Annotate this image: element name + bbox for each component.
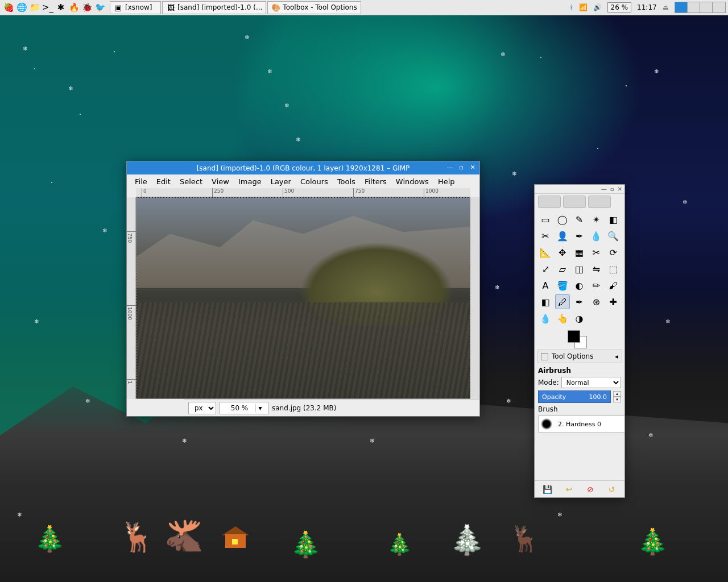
menu-select[interactable]: Select [175, 176, 207, 188]
toolbox-tab[interactable] [563, 196, 586, 208]
unit-select[interactable]: px [188, 402, 216, 414]
menu-windows[interactable]: Windows [391, 176, 433, 188]
opacity-slider[interactable]: Opacity 100.0 [538, 390, 611, 403]
ellipse-select-icon[interactable]: ◯ [555, 212, 570, 227]
taskbar: 🍓🌐📁>_✱🔥🐞🐦 ▣[xsnow]🖼[sand] (imported)-1.0… [0, 0, 728, 15]
close-button[interactable]: ✕ [468, 163, 477, 172]
battery-indicator[interactable]: 26 % [607, 2, 632, 13]
by-color-select-icon[interactable]: ◧ [606, 212, 621, 227]
scrollbar-vertical[interactable] [470, 197, 479, 399]
perspective-icon[interactable]: ◫ [572, 261, 587, 276]
menu-image[interactable]: Image [234, 176, 266, 188]
rotate-icon[interactable]: ⟳ [606, 245, 621, 260]
pencil-icon[interactable]: ✏ [589, 278, 603, 293]
close-button[interactable]: ✕ [618, 186, 622, 192]
app2-icon[interactable]: 🔥 [68, 1, 80, 14]
toolbox-titlebar[interactable]: — ▫ ✕ [535, 185, 624, 194]
clone-icon[interactable]: ⊛ [589, 294, 603, 309]
airbrush-icon[interactable]: 🖊 [555, 294, 570, 309]
zoom-dropdown-icon[interactable]: ▾ [255, 404, 264, 412]
menu-edit[interactable]: Edit [152, 176, 175, 188]
color-swatches[interactable] [535, 328, 624, 348]
move-icon[interactable]: ✥ [555, 245, 570, 260]
app1-icon[interactable]: ✱ [55, 1, 67, 14]
text-icon[interactable]: A [538, 278, 553, 293]
restore-preset-icon[interactable]: ↩ [563, 484, 574, 495]
align-icon[interactable]: ▦ [572, 245, 587, 260]
save-preset-icon[interactable]: 💾 [542, 484, 553, 495]
menu-colours[interactable]: Colours [296, 176, 333, 188]
ink-icon[interactable]: ✒ [572, 294, 587, 309]
color-picker-icon[interactable]: 💧 [589, 228, 603, 243]
delete-preset-icon[interactable]: ⊘ [585, 484, 596, 495]
dodge-icon[interactable]: ◑ [572, 311, 587, 326]
tool-options-header[interactable]: Tool Options ◂ [537, 350, 622, 363]
free-select-icon[interactable]: ✎ [572, 212, 587, 227]
zoom-control[interactable]: ▾ [220, 402, 268, 414]
brush-name-input[interactable] [556, 418, 624, 430]
maximize-button[interactable]: ▫ [610, 186, 614, 192]
foreground-color[interactable] [568, 330, 580, 343]
minimize-button[interactable]: — [445, 163, 454, 172]
scissors-icon[interactable]: ✂ [538, 228, 553, 243]
star [34, 68, 35, 69]
ruler-tick: 1000 [424, 188, 439, 197]
cage-icon[interactable]: ⬚ [606, 261, 621, 276]
zoom-icon[interactable]: 🔍 [606, 228, 621, 243]
workspace-pager[interactable] [675, 2, 726, 13]
fuzzy-select-icon[interactable]: ✴ [589, 212, 603, 227]
bluetooth-icon[interactable]: ᚼ [569, 3, 573, 11]
eject-icon[interactable]: ⏏ [663, 3, 669, 11]
ruler-horizontal[interactable]: 02505007501000 [136, 188, 470, 197]
heal-icon[interactable]: ✚ [606, 294, 621, 309]
bucket-icon[interactable]: 🪣 [555, 278, 570, 293]
files-icon[interactable]: 📁 [28, 1, 41, 14]
browser-icon[interactable]: 🌐 [15, 1, 28, 14]
volume-icon[interactable]: 🔊 [593, 3, 602, 11]
terminal-icon[interactable]: >_ [42, 1, 54, 14]
maximize-button[interactable]: ▫ [457, 163, 466, 172]
menu-help[interactable]: Help [433, 176, 460, 188]
xsnow-house [222, 527, 249, 548]
gimp-canvas[interactable] [136, 197, 470, 399]
brush-selector[interactable] [538, 415, 624, 433]
shear-icon[interactable]: ▱ [555, 261, 570, 276]
blend-icon[interactable]: ◐ [572, 278, 587, 293]
app4-icon[interactable]: 🐦 [94, 1, 106, 14]
opacity-spinner[interactable]: ▴▾ [613, 391, 621, 402]
reset-preset-icon[interactable]: ↺ [606, 484, 617, 495]
mode-label: Mode: [538, 379, 559, 386]
detach-icon[interactable]: ◂ [615, 352, 618, 360]
menu-filters[interactable]: Filters [360, 176, 391, 188]
eraser-icon[interactable]: ◧ [538, 294, 553, 309]
gimp-titlebar[interactable]: [sand] (imported)-1.0 (RGB colour, 1 lay… [127, 161, 479, 174]
ruler-vertical[interactable]: 75010001 [127, 197, 136, 399]
menu-view[interactable]: View [207, 176, 234, 188]
flip-icon[interactable]: ⇋ [589, 261, 603, 276]
tool-options-label: Tool Options [552, 352, 593, 360]
paintbrush-icon[interactable]: 🖌 [606, 278, 621, 293]
task-xsnow[interactable]: ▣[xsnow] [110, 1, 161, 14]
toolbox-tab[interactable] [538, 196, 561, 208]
menu-file[interactable]: File [130, 176, 152, 188]
clock[interactable]: 11:17 [637, 3, 657, 11]
rect-select-icon[interactable]: ▭ [538, 212, 553, 227]
app3-icon[interactable]: 🐞 [81, 1, 93, 14]
blur-icon[interactable]: 💧 [538, 311, 553, 326]
minimize-button[interactable]: — [601, 186, 607, 192]
foreground-select-icon[interactable]: 👤 [555, 228, 570, 243]
measure-icon[interactable]: 📐 [538, 245, 553, 260]
zoom-input[interactable] [224, 404, 255, 412]
toolbox-tab[interactable] [588, 196, 611, 208]
paths-icon[interactable]: ✒ [572, 228, 587, 243]
menu-tools[interactable]: Tools [333, 176, 360, 188]
menu-layer[interactable]: Layer [266, 176, 296, 188]
crop-icon[interactable]: ✂ [589, 245, 603, 260]
task-gimp-image[interactable]: 🖼[sand] (imported)-1.0 (... [162, 1, 266, 14]
mode-select[interactable]: Normal [561, 377, 621, 388]
wifi-icon[interactable]: 📶 [579, 3, 588, 11]
menu-icon[interactable]: 🍓 [2, 1, 15, 14]
task-gimp-toolbox[interactable]: 🎨Toolbox - Tool Options [267, 1, 361, 14]
smudge-icon[interactable]: 👆 [555, 311, 570, 326]
scale-icon[interactable]: ⤢ [538, 261, 553, 276]
